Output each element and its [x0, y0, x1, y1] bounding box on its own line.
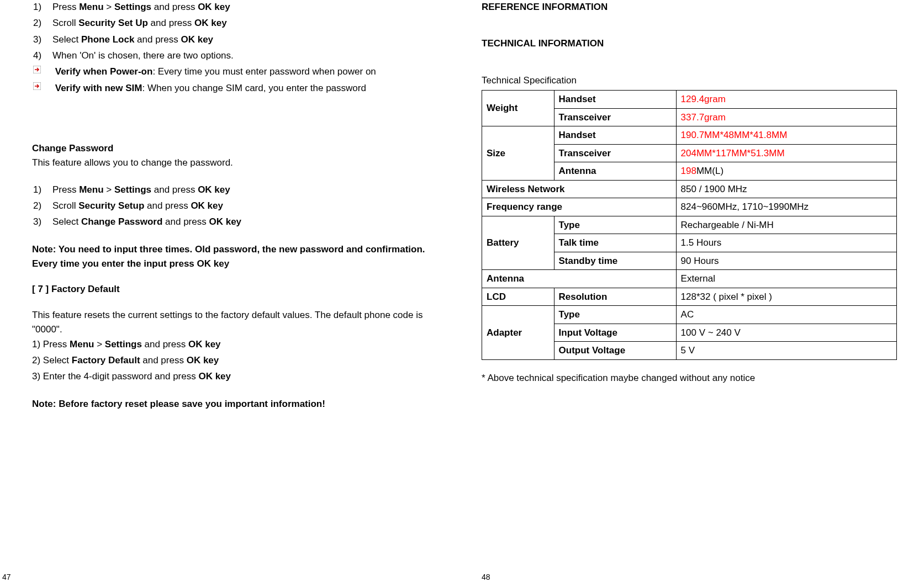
tech-spec-label: Technical Specification [482, 73, 897, 88]
text: and press [144, 200, 191, 211]
red-text: 129.4gram [681, 94, 726, 104]
cell: External [676, 270, 896, 288]
cell: 824~960MHz, 1710~1990MHz [676, 198, 896, 216]
bold: OK key [198, 184, 230, 195]
cell: 198MM(L) [676, 162, 896, 181]
text: 3) Enter the 4-digit password and press [32, 371, 198, 382]
bold: Menu [79, 184, 103, 195]
spacer [22, 271, 437, 282]
cell: 337.7gram [676, 108, 896, 126]
bold: OK key [181, 34, 213, 45]
table-row: Adapter Type AC [482, 306, 897, 324]
list-item: 1) Press Menu > Settings and press OK ke… [32, 337, 437, 352]
table-row: LCD Resolution 128*32 ( pixel * pixel ) [482, 288, 897, 306]
bold: Menu [70, 339, 94, 349]
list-num: 2) [33, 16, 41, 30]
cell: Resolution [554, 288, 676, 306]
bold: Settings [114, 2, 151, 12]
spacer [482, 25, 897, 36]
table-row: Size Handset 190.7MM*48MM*41.8MM [482, 126, 897, 145]
table-row: Weight Handset 129.4gram [482, 91, 897, 109]
text: > [94, 339, 104, 349]
list-item: 1) Press Menu > Settings and press OK ke… [52, 0, 437, 14]
bold: OK key [198, 371, 231, 382]
red-text: 190.7MM*48MM*41.8MM [681, 130, 788, 140]
red-text: 337.7gram [681, 112, 726, 123]
text: and press [151, 2, 198, 12]
spacer [482, 62, 897, 73]
cell: 129.4gram [676, 91, 896, 109]
text: Scroll [52, 18, 78, 28]
steps-list-a: 1) Press Menu > Settings and press OK ke… [22, 0, 437, 63]
page-number: 48 [482, 571, 490, 584]
spec-table: Weight Handset 129.4gram Transceiver 337… [482, 90, 897, 360]
cell-weight-label: Weight [482, 91, 554, 126]
cell: Standby time [554, 252, 676, 270]
text: and press [162, 216, 209, 227]
spacer [22, 297, 437, 308]
spacer [22, 231, 437, 242]
page-number: 47 [2, 571, 11, 584]
factory-title: [ 7 ] Factory Default [32, 284, 120, 294]
cell: 128*32 ( pixel * pixel ) [676, 288, 896, 306]
steps-list-c: 1) Press Menu > Settings and press OK ke… [22, 337, 437, 384]
bold: Menu [79, 2, 103, 12]
cell: Type [554, 216, 676, 234]
list-item: 2) Select Factory Default and press OK k… [32, 353, 437, 368]
cell: Handset [554, 126, 676, 145]
text: When 'On' is chosen, there are two optio… [52, 50, 234, 61]
text: and press [134, 34, 181, 45]
spacer [22, 97, 437, 141]
text: Select [52, 216, 81, 227]
section-desc: This feature allows you to change the pa… [32, 156, 437, 170]
table-row: Frequency range 824~960MHz, 1710~1990MHz [482, 198, 897, 216]
spacer [22, 386, 437, 397]
bold: Security Set Up [78, 18, 148, 28]
cell: Antenna [482, 270, 677, 288]
text: Scroll [52, 200, 78, 211]
cell: Antenna [554, 162, 676, 181]
bold: Settings [114, 184, 151, 195]
cell: 5 V [676, 342, 896, 360]
cell-adapter-label: Adapter [482, 306, 554, 360]
steps-list-b: 1) Press Menu > Settings and press OK ke… [22, 183, 437, 230]
red-text: 198 [681, 166, 696, 176]
cell: Frequency range [482, 198, 677, 216]
text: MM(L) [696, 166, 723, 176]
bold: OK key [188, 339, 221, 349]
list-num: 2) [33, 199, 41, 213]
cell: 204MM*117MM*51.3MM [676, 144, 896, 162]
cell: Transceiver [554, 108, 676, 126]
table-row: Battery Type Rechargeable / Ni-MH [482, 216, 897, 234]
reference-info-heading: REFERENCE INFORMATION [482, 0, 897, 14]
bold: Verify when Power-on [55, 66, 153, 77]
text: : Every time you must enter password whe… [152, 66, 376, 77]
cell: Transceiver [554, 144, 676, 162]
list-num: 3) [33, 33, 41, 47]
list-item: 1) Press Menu > Settings and press OK ke… [52, 183, 437, 197]
bold: Verify with new SIM [55, 83, 142, 93]
bold: OK key [194, 18, 227, 28]
list-item: 3) Select Phone Lock and press OK key [52, 33, 437, 47]
text: 2) Select [32, 355, 72, 365]
cell: Input Voltage [554, 324, 676, 342]
text: > [104, 184, 114, 195]
text: : When you change SIM card, you enter th… [142, 83, 366, 93]
bold: Change Password [81, 216, 162, 227]
bold: Factory Default [72, 355, 140, 365]
cell-lcd-label: LCD [482, 288, 554, 306]
cell: Rechargeable / Ni-MH [676, 216, 896, 234]
bold: Phone Lock [81, 34, 134, 45]
list-item: 3) Select Change Password and press OK k… [52, 215, 437, 229]
text: 1) Press [32, 339, 70, 349]
list-item: Verify when Power-on: Every time you mus… [52, 65, 437, 79]
cell: Wireless Network [482, 180, 677, 198]
table-row: Wireless Network 850 / 1900 MHz [482, 180, 897, 198]
bold: Settings [105, 339, 142, 349]
cell: 190.7MM*48MM*41.8MM [676, 126, 896, 145]
bold: OK key [198, 2, 230, 12]
list-item: 3) Enter the 4-digit password and press … [32, 369, 437, 384]
text: Press [52, 184, 79, 195]
list-num: 1) [33, 183, 41, 197]
arrow-right-icon [33, 66, 41, 73]
